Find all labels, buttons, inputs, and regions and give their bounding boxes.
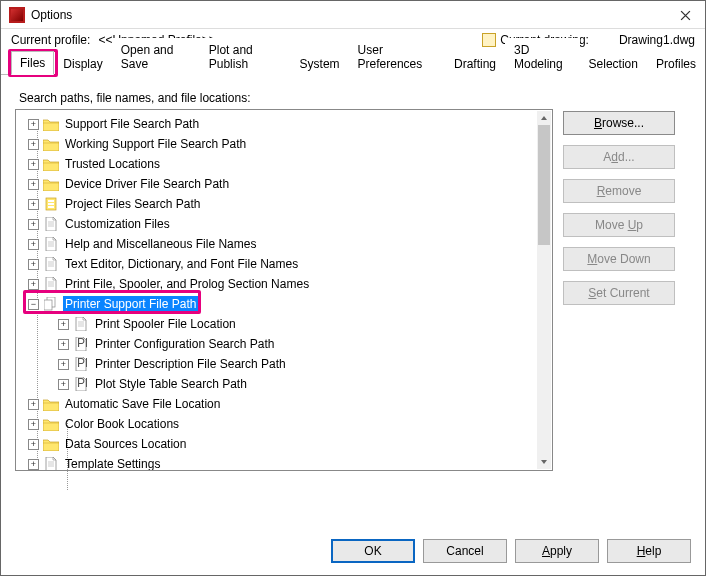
tree-node[interactable]: +Working Support File Search Path bbox=[20, 134, 536, 154]
expand-icon[interactable]: + bbox=[58, 319, 69, 330]
tree-node[interactable]: +Automatic Save File Location bbox=[20, 394, 536, 414]
tree-node[interactable]: +Text Editor, Dictionary, and Font File … bbox=[20, 254, 536, 274]
tab-drafting[interactable]: Drafting bbox=[445, 52, 505, 75]
add-button[interactable]: Add... bbox=[563, 145, 675, 169]
scroll-up-button[interactable] bbox=[537, 111, 551, 125]
page-icon bbox=[43, 457, 59, 470]
ok-button[interactable]: OK bbox=[331, 539, 415, 563]
tree-node[interactable]: +Device Driver File Search Path bbox=[20, 174, 536, 194]
titlebar: Options bbox=[1, 1, 705, 29]
expand-icon[interactable]: + bbox=[58, 359, 69, 370]
apply-button[interactable]: Apply bbox=[515, 539, 599, 563]
tree-node-label: Text Editor, Dictionary, and Font File N… bbox=[63, 256, 300, 272]
tab-open-save[interactable]: Open and Save bbox=[112, 38, 200, 75]
tab-plot-publish[interactable]: Plot and Publish bbox=[200, 38, 291, 75]
svg-rect-2 bbox=[48, 203, 54, 205]
tree-node-label: Print File, Spooler, and Prolog Section … bbox=[63, 276, 311, 292]
expand-icon[interactable]: − bbox=[28, 299, 39, 310]
tree-node[interactable]: +PLTPrinter Description File Search Path bbox=[20, 354, 536, 374]
help-button[interactable]: Help bbox=[607, 539, 691, 563]
tree-node-label: Working Support File Search Path bbox=[63, 136, 248, 152]
expand-icon[interactable]: + bbox=[58, 339, 69, 350]
svg-rect-1 bbox=[48, 200, 54, 202]
tree-node-label: Template Settings bbox=[63, 456, 162, 470]
expand-icon[interactable]: + bbox=[58, 379, 69, 390]
tab-profiles[interactable]: Profiles bbox=[647, 52, 705, 75]
tab-3d-modeling[interactable]: 3D Modeling bbox=[505, 38, 580, 75]
scrollbar[interactable] bbox=[537, 111, 551, 469]
svg-text:PLT: PLT bbox=[77, 357, 87, 370]
tab-user-pref[interactable]: User Preferences bbox=[349, 38, 445, 75]
tree-node[interactable]: +Project Files Search Path bbox=[20, 194, 536, 214]
expand-icon[interactable]: + bbox=[28, 179, 39, 190]
browse-button[interactable]: Browse... bbox=[563, 111, 675, 135]
tab-system[interactable]: System bbox=[291, 52, 349, 75]
expand-icon[interactable]: + bbox=[28, 259, 39, 270]
tree-view[interactable]: +Support File Search Path+Working Suppor… bbox=[15, 109, 553, 471]
move-up-button[interactable]: Move Up bbox=[563, 213, 675, 237]
folder-icon bbox=[43, 437, 59, 451]
plt-icon: PLT bbox=[73, 337, 89, 351]
tree-node[interactable]: +Customization Files bbox=[20, 214, 536, 234]
current-drawing-value: Drawing1.dwg bbox=[619, 33, 695, 47]
remove-button[interactable]: Remove bbox=[563, 179, 675, 203]
drawing-icon bbox=[482, 33, 496, 47]
tree-node-label: Printer Description File Search Path bbox=[93, 356, 288, 372]
folder-icon bbox=[43, 157, 59, 171]
move-down-button[interactable]: Move Down bbox=[563, 247, 675, 271]
expand-icon[interactable]: + bbox=[28, 459, 39, 470]
tree-node-label: Printer Configuration Search Path bbox=[93, 336, 276, 352]
expand-icon[interactable]: + bbox=[28, 419, 39, 430]
section-label: Search paths, file names, and file locat… bbox=[19, 91, 691, 105]
tree-node[interactable]: +Help and Miscellaneous File Names bbox=[20, 234, 536, 254]
app-icon bbox=[9, 7, 25, 23]
tree-node-label: Print Spooler File Location bbox=[93, 316, 238, 332]
scroll-down-button[interactable] bbox=[537, 455, 551, 469]
expand-icon[interactable]: + bbox=[28, 119, 39, 130]
expand-icon[interactable]: + bbox=[28, 199, 39, 210]
folder-icon bbox=[43, 397, 59, 411]
close-button[interactable] bbox=[665, 1, 705, 29]
expand-icon[interactable]: + bbox=[28, 239, 39, 250]
expand-icon[interactable]: + bbox=[28, 219, 39, 230]
tab-files[interactable]: Files bbox=[11, 51, 54, 75]
tree-node-label: Printer Support File Path bbox=[63, 296, 198, 312]
page-icon bbox=[43, 217, 59, 231]
page-icon bbox=[43, 277, 59, 291]
tree-node[interactable]: +PLTPrinter Configuration Search Path bbox=[20, 334, 536, 354]
tree-node[interactable]: +PLTPlot Style Table Search Path bbox=[20, 374, 536, 394]
tree-node[interactable]: +Template Settings bbox=[20, 454, 536, 470]
tree-node[interactable]: +Print Spooler File Location bbox=[20, 314, 536, 334]
tree-node[interactable]: +Data Sources Location bbox=[20, 434, 536, 454]
tab-selection[interactable]: Selection bbox=[580, 52, 647, 75]
folder-icon bbox=[43, 177, 59, 191]
tab-display[interactable]: Display bbox=[54, 52, 111, 75]
cancel-button[interactable]: Cancel bbox=[423, 539, 507, 563]
page-icon bbox=[43, 257, 59, 271]
tree-node-label: Support File Search Path bbox=[63, 116, 201, 132]
window-title: Options bbox=[31, 8, 697, 22]
svg-rect-5 bbox=[44, 300, 52, 310]
svg-text:PLT: PLT bbox=[77, 337, 87, 350]
tree-node[interactable]: +Print File, Spooler, and Prolog Section… bbox=[20, 274, 536, 294]
tree-node-label: Customization Files bbox=[63, 216, 172, 232]
proj-icon bbox=[43, 197, 59, 211]
dialog-buttons: OK Cancel Apply Help bbox=[331, 539, 691, 563]
tree-node[interactable]: +Support File Search Path bbox=[20, 114, 536, 134]
plt-icon: PLT bbox=[73, 377, 89, 391]
expand-icon[interactable]: + bbox=[28, 399, 39, 410]
set-current-button[interactable]: Set Current bbox=[563, 281, 675, 305]
plt-icon: PLT bbox=[73, 357, 89, 371]
tree-node[interactable]: +Trusted Locations bbox=[20, 154, 536, 174]
expand-icon[interactable]: + bbox=[28, 279, 39, 290]
expand-icon[interactable]: + bbox=[28, 159, 39, 170]
expand-icon[interactable]: + bbox=[28, 139, 39, 150]
scroll-thumb[interactable] bbox=[538, 125, 550, 245]
tree-node-label: Project Files Search Path bbox=[63, 196, 202, 212]
tree-node[interactable]: −Printer Support File Path bbox=[20, 294, 536, 314]
svg-text:PLT: PLT bbox=[77, 377, 87, 390]
tree-node-label: Device Driver File Search Path bbox=[63, 176, 231, 192]
copy-icon bbox=[43, 297, 59, 311]
expand-icon[interactable]: + bbox=[28, 439, 39, 450]
tree-node[interactable]: +Color Book Locations bbox=[20, 414, 536, 434]
